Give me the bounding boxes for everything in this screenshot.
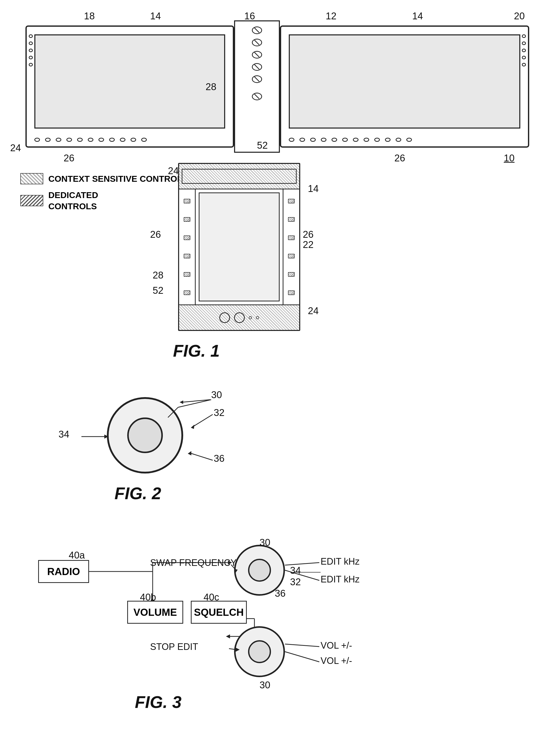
device-left-strip	[179, 189, 196, 304]
right-bottom-dots	[289, 138, 412, 142]
fig3-ref-40c: 40c	[204, 592, 219, 603]
right-display	[280, 25, 529, 148]
svg-line-23	[285, 563, 319, 565]
ref-24a: 24	[10, 143, 21, 153]
ref-14a: 14	[150, 11, 161, 22]
knob-assembly	[107, 397, 183, 473]
fig2-ref-32: 32	[214, 407, 224, 418]
fig2-ref-36: 36	[214, 453, 224, 464]
fig1-label: FIG. 1	[173, 341, 220, 360]
vol-pm2-label: VOL +/-	[321, 655, 352, 666]
ref-52a: 52	[257, 140, 268, 151]
fig3-label: FIG. 3	[135, 693, 181, 712]
ref-28a: 28	[206, 82, 216, 93]
volume-box: VOLUME	[127, 601, 183, 624]
device-middle	[179, 189, 299, 304]
ref-16: 16	[244, 11, 255, 22]
ref-26c: 26	[150, 229, 161, 240]
ref-24c: 24	[168, 165, 179, 176]
vol-pm1-label: VOL +/-	[321, 640, 352, 651]
legend: CONTEXT SENSITIVE CONTROLS DEDICATEDCONT…	[20, 173, 188, 212]
fig2-ref-30: 30	[211, 390, 222, 401]
legend-dedicated-label: DEDICATEDCONTROLS	[48, 189, 98, 212]
device-screen	[199, 192, 279, 301]
svg-line-8	[190, 453, 213, 460]
ref-20: 20	[514, 11, 525, 22]
legend-context-hatch	[20, 173, 43, 184]
center-connector	[234, 20, 280, 153]
fig3-ref-34a: 34	[290, 565, 301, 576]
left-screen	[34, 34, 225, 129]
fig2-lines	[0, 382, 560, 504]
svg-line-6	[182, 400, 210, 402]
ref-24d: 24	[308, 305, 319, 316]
edit-khz2-label: EDIT kHz	[321, 574, 360, 585]
ref-22: 22	[303, 239, 314, 250]
svg-line-4	[193, 414, 213, 426]
ref-18: 18	[84, 11, 95, 22]
knob-inner	[127, 418, 163, 453]
fig2-ref-34: 34	[58, 429, 69, 440]
right-screen	[289, 34, 520, 129]
swap-frequency-label: SWAP FREQUENCY	[150, 558, 237, 568]
fig3-upper-knob-inner	[248, 559, 271, 582]
ref-28c: 28	[153, 270, 163, 281]
left-bottom-dots	[34, 138, 147, 142]
ref-10: 10	[504, 153, 515, 164]
page: 18 14 16 12 14 20 24 26	[0, 0, 560, 739]
fig3-ref-32: 32	[290, 577, 301, 588]
left-display	[25, 25, 234, 148]
fig3-ref-40a: 40a	[69, 550, 85, 561]
fig3-ref-36a: 36	[275, 588, 286, 599]
device-top-strip	[179, 164, 299, 189]
svg-line-29	[285, 652, 319, 662]
ref-14b: 14	[412, 11, 423, 22]
ref-26d: 26	[303, 229, 314, 240]
legend-dedicated: DEDICATEDCONTROLS	[20, 189, 188, 212]
left-side-dots	[29, 34, 33, 66]
ref-26b: 26	[394, 153, 405, 164]
ref-12: 12	[326, 11, 336, 22]
fig3-ref-40b: 40b	[140, 592, 156, 603]
ref-26a: 26	[63, 153, 74, 164]
fig3-lower-knob-outer	[234, 626, 285, 677]
fig3-lower-knob-inner	[248, 640, 271, 663]
stop-edit-label: STOP EDIT	[150, 641, 198, 652]
device-right-strip	[283, 189, 299, 304]
svg-marker-20	[226, 634, 230, 638]
ref-14c: 14	[308, 183, 319, 194]
right-side-dots	[522, 34, 526, 66]
knob-outer-ring	[107, 397, 183, 473]
fig3-ref-30b: 30	[259, 680, 270, 691]
squelch-box: SQUELCH	[191, 601, 247, 624]
legend-dedicated-hatch	[20, 195, 43, 206]
radio-box: RADIO	[38, 560, 89, 583]
device-diagram	[178, 163, 300, 331]
svg-line-28	[285, 644, 319, 646]
edit-khz1-label: EDIT kHz	[321, 556, 360, 567]
ref-52b: 52	[153, 285, 163, 296]
svg-marker-5	[191, 425, 194, 429]
svg-marker-9	[188, 451, 191, 455]
legend-context: CONTEXT SENSITIVE CONTROLS	[20, 173, 188, 184]
legend-context-label: CONTEXT SENSITIVE CONTROLS	[48, 173, 188, 184]
fig3-ref-30a: 30	[259, 537, 270, 548]
fig2-label: FIG. 2	[115, 484, 161, 503]
device-bottom-strip	[179, 304, 299, 330]
fig2-arrows	[0, 382, 560, 504]
